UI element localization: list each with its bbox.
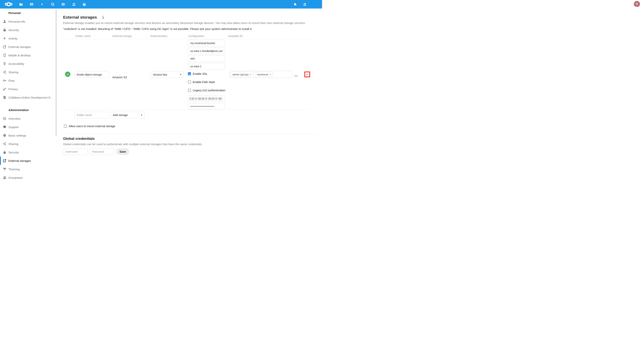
- notifications-button[interactable]: [294, 2, 297, 6]
- status-ok-icon: [65, 72, 70, 77]
- enable-ssl-checkbox[interactable]: [188, 72, 191, 75]
- allow-user-mount-option[interactable]: Allow users to mount external storage: [63, 125, 322, 128]
- sidebar-item-security-admin[interactable]: Security: [0, 148, 57, 156]
- talk-icon: [51, 2, 54, 6]
- info-icon[interactable]: i: [102, 15, 104, 19]
- sidebar-item-label: Security: [8, 151, 19, 154]
- gear-icon: [3, 134, 6, 137]
- sidebar-item-security-personal[interactable]: Security: [0, 26, 57, 34]
- sidebar-item-accessibility[interactable]: Accessibility: [0, 60, 57, 68]
- hostname-input[interactable]: [188, 48, 225, 54]
- share-icon: [3, 70, 6, 74]
- bucket-input[interactable]: [188, 40, 225, 46]
- sidebar-item-basic-settings[interactable]: Basic settings: [0, 131, 57, 140]
- col-header-external-storage: External storage: [112, 34, 132, 38]
- global-password-input[interactable]: [90, 148, 114, 155]
- new-folder-name-input[interactable]: [74, 112, 109, 118]
- mail-app-button[interactable]: [58, 0, 68, 8]
- lock-icon: [3, 150, 6, 154]
- enable-path-style-label: Enable Path Style: [193, 80, 215, 84]
- people-icon: [3, 176, 6, 179]
- port-input[interactable]: [188, 55, 225, 62]
- add-storage-select[interactable]: Add storage ▼: [110, 112, 144, 118]
- legacy-auth-checkbox[interactable]: [188, 89, 191, 92]
- sidebar-item-support[interactable]: Support: [0, 123, 57, 131]
- nextcloud-logo[interactable]: [4, 2, 13, 8]
- activity-icon: [40, 2, 44, 6]
- photos-app-button[interactable]: [26, 0, 37, 8]
- secret-key-input[interactable]: •••••••••••••••••••••••••••••••: [188, 103, 225, 109]
- global-username-input[interactable]: [63, 148, 88, 155]
- phone-icon: [3, 54, 6, 57]
- sidebar-item-label: Personal info: [8, 20, 25, 23]
- sidebar-item-sharing-personal[interactable]: Sharing: [0, 68, 57, 76]
- nextcloud-logo-icon: [4, 2, 13, 7]
- calendar-app-button[interactable]: [79, 0, 90, 8]
- sidebar-item-label: Theming: [8, 168, 20, 171]
- sidebar-item-privacy[interactable]: Privacy: [0, 85, 57, 93]
- sidebar-item-activity[interactable]: Activity: [0, 34, 57, 42]
- remove-tag-icon[interactable]: ✕: [270, 73, 271, 76]
- accessibility-icon: [3, 62, 6, 66]
- contacts-app-button[interactable]: [68, 0, 79, 8]
- contacts-menu-button[interactable]: [303, 2, 306, 6]
- folder-name-input[interactable]: [74, 71, 109, 78]
- legacy-auth-option[interactable]: Legacy (v2) authentication: [188, 89, 225, 92]
- sidebar-item-personal-info[interactable]: Personal info: [0, 17, 57, 26]
- enable-ssl-label: Enable SSL: [193, 72, 208, 75]
- speech-bubble-icon: [3, 125, 6, 129]
- sidebar-item-mobile-desktop[interactable]: Mobile & desktop: [0, 51, 57, 60]
- sidebar-item-flow[interactable]: Flow: [0, 76, 57, 85]
- col-header-configuration: Configuration: [188, 34, 204, 38]
- col-header-authentication: Authentication: [150, 34, 168, 38]
- access-key-input-redacted[interactable]: [188, 95, 225, 102]
- redaction-blur: [190, 97, 222, 100]
- contacts-menu-icon: [303, 2, 307, 6]
- document-icon: [3, 96, 6, 99]
- global-credentials-title: Global credentials: [63, 136, 322, 141]
- authentication-select[interactable]: Access key ▼: [151, 71, 184, 78]
- sidebar-item-theming[interactable]: Theming: [0, 165, 57, 173]
- top-bar: N: [0, 0, 322, 8]
- app-menu: [16, 0, 90, 8]
- bell-icon: [294, 2, 297, 6]
- external-link-icon: [3, 45, 6, 48]
- files-app-button[interactable]: [16, 0, 26, 8]
- available-for-tag: nextcloud ✕: [255, 72, 273, 77]
- sidebar-item-collabora[interactable]: Collabora Online Development Edit...: [0, 93, 57, 102]
- enable-path-style-checkbox[interactable]: [188, 80, 191, 84]
- region-input[interactable]: [188, 63, 225, 70]
- legacy-auth-label: Legacy (v2) authentication: [193, 89, 225, 92]
- list-icon: [3, 117, 6, 120]
- sidebar-item-groupware[interactable]: Groupware: [0, 173, 57, 180]
- enable-path-style-option[interactable]: Enable Path Style: [188, 80, 215, 84]
- available-for-input[interactable]: admin (group) ✕ nextcloud ✕: [229, 71, 292, 78]
- talk-app-button[interactable]: [47, 0, 58, 8]
- settings-sidebar: Personal Personal info Security Activity…: [0, 8, 57, 180]
- external-storages-settings: External storages i External storage ena…: [57, 8, 322, 180]
- sidebar-item-overview[interactable]: Overview: [0, 114, 57, 123]
- check-icon: [306, 73, 309, 76]
- row-options-menu-button[interactable]: •••: [294, 74, 298, 77]
- sidebar-item-external-storages-personal[interactable]: External storages: [0, 42, 57, 51]
- enable-ssl-option[interactable]: Enable SSL: [188, 72, 208, 75]
- save-row-button-highlighted[interactable]: [304, 72, 310, 77]
- share-icon: [3, 142, 6, 146]
- global-credentials-description: Global credentials can be used to authen…: [63, 142, 322, 146]
- allow-user-mount-checkbox[interactable]: [64, 125, 67, 128]
- sidebar-item-label: Groupware: [8, 176, 23, 179]
- external-storage-type: Amazon S3: [112, 76, 127, 79]
- sidebar-item-label: Flow: [8, 79, 14, 82]
- sidebar-item-external-storages-admin[interactable]: External storages: [0, 156, 57, 165]
- save-button[interactable]: Save: [116, 148, 129, 155]
- sidebar-item-sharing-admin[interactable]: Sharing: [0, 140, 57, 148]
- intro-text: External storage enables you to mount ex…: [63, 21, 322, 24]
- contacts-icon: [72, 2, 76, 6]
- allow-user-mount-label: Allow users to mount external storage: [69, 125, 115, 128]
- tag-label: admin (group): [232, 73, 248, 76]
- remove-tag-icon[interactable]: ✕: [250, 73, 252, 76]
- new-storage-row: Add storage ▼: [63, 110, 310, 118]
- activity-app-button[interactable]: [37, 0, 47, 8]
- sidebar-item-label: Basic settings: [8, 134, 26, 137]
- sidebar-scrollbar[interactable]: [56, 10, 56, 136]
